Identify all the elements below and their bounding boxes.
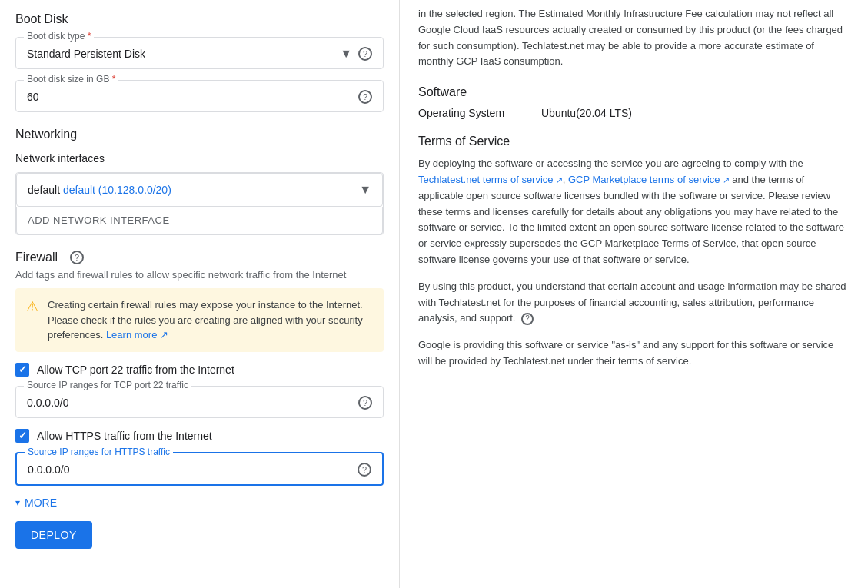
deploy-button[interactable]: DEPLOY [15,521,92,549]
boot-disk-type-value: Standard Persistent Disk [27,48,334,60]
tcp-source-ip-value: 0.0.0.0/0 [27,397,69,409]
https-allow-checkbox[interactable]: ✓ [15,429,29,443]
tos-paragraph3: Google is providing this software or ser… [418,337,850,370]
boot-disk-type-field: Boot disk type Standard Persistent Disk … [15,37,384,69]
boot-disk-size-help-icon[interactable]: ? [358,90,372,104]
more-label: MORE [25,497,57,509]
boot-disk-type-help-icon[interactable]: ? [358,47,372,61]
boot-disk-size-field: Boot disk size in GB 60 ? [15,80,384,112]
https-source-ip-label: Source IP ranges for HTTPS traffic [25,447,173,457]
https-checkbox-check-icon: ✓ [18,430,27,441]
tcp-checkbox-row: ✓ Allow TCP port 22 traffic from the Int… [15,363,384,377]
https-source-ip-value: 0.0.0.0/0 [28,463,70,476]
boot-disk-size-value: 60 [27,91,39,103]
boot-disk-title: Boot Disk [15,12,384,26]
os-value: Ubuntu(20.04 LTS) [541,107,632,119]
tos-section: Terms of Service By deploying the softwa… [418,135,850,370]
network-interface-box: default default (10.128.0.0/20) ▼ ADD NE… [15,172,384,235]
os-label: Operating System [418,107,526,119]
boot-disk-type-chevron-icon[interactable]: ▼ [340,47,352,61]
firewall-section: Firewall ? Add tags and firewall rules t… [15,251,384,486]
firewall-title: Firewall [15,251,58,264]
software-title: Software [418,85,850,99]
https-source-ip-help-icon[interactable]: ? [358,463,371,477]
network-interface-row: default default (10.128.0.0/20) ▼ [16,173,383,207]
network-interface-chevron-icon[interactable]: ▼ [359,183,371,197]
add-network-interface-button[interactable]: ADD NETWORK INTERFACE [16,207,383,234]
tcp-source-ip-field: Source IP ranges for TCP port 22 traffic… [15,386,384,418]
firewall-title-row: Firewall ? [15,251,384,264]
tcp-allow-checkbox[interactable]: ✓ [15,363,29,377]
more-row[interactable]: ▾ MORE [15,497,384,509]
network-default-label: default [28,184,63,196]
tos-paragraph1: By deploying the software or accessing t… [418,156,850,268]
software-section: Software Operating System Ubuntu(20.04 L… [418,85,850,119]
networking-title: Networking [15,128,384,141]
firewall-help-icon[interactable]: ? [70,251,84,264]
firewall-description: Add tags and firewall rules to allow spe… [15,269,384,281]
boot-disk-type-label: Boot disk type [24,31,94,42]
network-interfaces-label: Network interfaces [15,152,384,164]
tcp-source-ip-help-icon[interactable]: ? [358,396,372,410]
warning-triangle-icon: ⚠ [26,298,38,315]
tos-title: Terms of Service [418,135,850,148]
tcp-source-ip-label: Source IP ranges for TCP port 22 traffic [24,380,191,390]
left-panel: Boot Disk Boot disk type Standard Persis… [0,0,400,588]
checkbox-check-icon: ✓ [18,364,27,375]
intro-text: in the selected region. The Estimated Mo… [418,0,850,70]
chevron-down-more-icon: ▾ [15,497,20,508]
tos-help-icon[interactable]: ? [521,313,534,325]
https-checkbox-label: Allow HTTPS traffic from the Internet [37,430,212,442]
right-panel: in the selected region. The Estimated Mo… [400,0,868,588]
tcp-checkbox-label: Allow TCP port 22 traffic from the Inter… [37,364,234,376]
boot-disk-size-label: Boot disk size in GB [24,74,118,85]
techlatest-tos-link[interactable]: Techlatest.net terms of service [418,174,563,185]
network-default-link[interactable]: default (10.128.0.0/20) [63,184,171,196]
tos-p1-intro: By deploying the software or accessing t… [418,158,803,169]
networking-section: Networking Network interfaces default de… [15,128,384,235]
firewall-warning-text: Creating certain firewall rules may expo… [48,297,373,343]
https-checkbox-row: ✓ Allow HTTPS traffic from the Internet [15,429,384,443]
software-row: Operating System Ubuntu(20.04 LTS) [418,107,850,119]
firewall-warning-box: ⚠ Creating certain firewall rules may ex… [15,288,384,352]
tos-p1-cont: and the terms of applicable open source … [418,174,844,265]
network-interface-text: default default (10.128.0.0/20) [28,184,171,196]
tos-paragraph2: By using this product, you understand th… [418,279,850,327]
https-source-ip-field: Source IP ranges for HTTPS traffic 0.0.0… [15,452,384,486]
learn-more-link[interactable]: Learn more ↗ [106,329,168,341]
gcp-marketplace-tos-link[interactable]: GCP Marketplace terms of service [568,174,730,185]
